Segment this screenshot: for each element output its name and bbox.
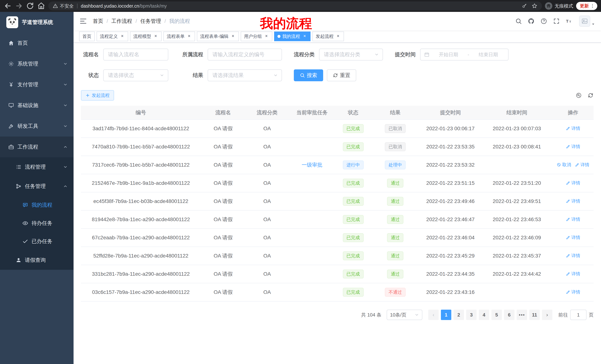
process-definition-input[interactable] [208,49,282,60]
tab-item[interactable]: 流程定义× [97,31,128,41]
action-detail-link[interactable]: 详情 [566,198,580,204]
sidebar-item[interactable]: 任务管理 [0,177,74,196]
avatar[interactable] [579,16,590,27]
tab-item[interactable]: 用户分组× [241,31,272,41]
not-secure-label[interactable]: 不安全 [60,3,74,9]
sidebar-item[interactable]: 待办任务 [0,214,74,232]
sidebar-item[interactable]: 已办任务 [0,232,74,250]
action-detail-link[interactable]: 详情 [566,180,580,186]
sidebar-toggle-icon[interactable] [80,18,87,25]
pagination-page-button[interactable]: 3 [466,310,477,320]
home-icon [8,40,14,46]
tab-close-icon[interactable]: × [264,34,269,39]
chevron-down-icon [63,62,68,66]
browser-menu-icon[interactable] [590,3,595,9]
breadcrumb-item[interactable]: 任务管理 [140,18,161,25]
tab-close-icon[interactable]: × [302,34,307,39]
address-bar[interactable]: 不安全 dashboard.yudao.iocoder.cn/bpm/task/… [48,1,542,10]
browser-update-button[interactable]: 更新 [576,2,597,10]
tab-item[interactable]: 流程表单× [163,31,195,41]
result-tag: 处理中 [385,161,406,169]
action-detail-link[interactable]: 详情 [566,253,580,259]
browser-reload-icon[interactable] [26,2,34,10]
status-select[interactable]: 请选择状态 [103,69,168,81]
user-menu[interactable] [579,16,595,27]
tab-close-icon[interactable]: × [335,34,341,39]
reset-button[interactable]: 重置 [327,69,356,81]
fullscreen-icon[interactable] [553,18,560,25]
table-row: 7317cec6-7b9b-11ec-b5b7-acde48001122OA 请… [81,156,594,174]
table-search-icon[interactable] [576,92,582,98]
page-size-select[interactable]: 10条/页 [387,310,422,320]
action-detail-link[interactable]: 详情 [566,125,580,131]
tab-close-icon[interactable]: × [153,34,158,39]
pagination-page-button[interactable]: 5 [491,310,502,320]
table-refresh-icon[interactable] [588,92,594,98]
url-text[interactable]: dashboard.yudao.iocoder.cn/bpm/task/my [81,3,167,9]
action-detail-link[interactable]: 详情 [575,162,589,168]
sidebar-item[interactable]: 工作流程 [0,136,74,157]
sidebar-item[interactable]: 请假查询 [0,250,74,270]
pagination-more-button[interactable]: ••• [517,310,527,320]
start-process-button[interactable]: 发起流程 [81,90,114,101]
browser-forward-icon[interactable] [15,2,23,10]
breadcrumb-item[interactable]: 工作流程 [111,18,132,25]
sidebar-item[interactable]: 流程管理 [0,157,74,177]
action-detail-link[interactable]: 详情 [566,289,580,295]
github-icon[interactable] [528,18,534,25]
action-cancel-link[interactable]: 取消 [557,162,571,168]
sidebar-item[interactable]: 我的流程 [0,196,74,214]
current-task-link[interactable]: 一级审批 [302,161,322,168]
goto-page-input[interactable] [570,310,587,320]
sidebar-item[interactable]: 系统管理 [0,53,74,74]
bookmark-star-icon[interactable] [531,3,538,9]
not-secure-icon[interactable] [53,3,58,9]
sidebar-item[interactable]: 支付管理 [0,74,74,95]
process-name-input[interactable] [103,49,168,60]
pagination-page-button[interactable]: 6 [504,310,514,320]
pagination-page-button[interactable]: 2 [453,310,464,320]
tab-item[interactable]: 流程表单-编辑× [197,31,239,41]
category-select[interactable]: 请选择流程分类 [319,49,383,60]
search-button[interactable]: 搜索 [294,69,323,81]
calendar-icon [424,52,429,57]
tab-label: 用户分组 [244,33,262,39]
pagination-page-button[interactable]: 1 [441,310,451,320]
date-range-separator: - [468,52,469,57]
action-detail-link[interactable]: 详情 [566,234,580,240]
header-search-icon[interactable] [515,18,522,25]
tab-close-icon[interactable]: × [230,34,235,39]
action-detail-link[interactable]: 详情 [566,271,580,277]
result-select[interactable]: 请选择流结果 [208,69,282,81]
cell-process-id: 67c2eaab-7b9a-11ec-a290-acde48001122 [81,229,201,247]
app-logo[interactable]: 芋道管理系统 [0,12,74,33]
action-detail-link[interactable]: 详情 [566,216,580,222]
sidebar-item[interactable]: 基础设施 [0,95,74,116]
font-size-icon[interactable]: TT [566,18,572,25]
tab-item[interactable]: 发起流程× [312,31,344,41]
sidebar-item[interactable]: 首页 [0,33,74,53]
pagination-prev-button[interactable]: ‹ [428,310,439,320]
edit-icon [566,253,570,258]
pagination-next-button[interactable]: › [542,310,552,320]
cell-process-id: 331bc281-7b9a-11ec-a290-acde48001122 [81,265,201,283]
action-detail-link[interactable]: 详情 [566,144,580,150]
cell-current-task: 一级审批 [289,156,335,174]
cell-submit-time: 2022-01-22 23:44:35 [420,265,481,283]
date-range-picker[interactable]: 开始日期 - 结束日期 [420,49,509,60]
browser-home-icon[interactable] [37,2,45,10]
sidebar-item[interactable]: 研发工具 [0,116,74,136]
tab-close-icon[interactable]: × [186,34,192,39]
tab-item[interactable]: 我的流程× [274,31,311,41]
help-icon[interactable] [541,18,547,25]
cell-current-task [289,283,335,301]
browser-back-icon[interactable] [4,2,12,10]
breadcrumb-item[interactable]: 首页 [93,18,103,25]
password-manager-icon[interactable] [522,3,527,9]
tab-item[interactable]: 首页 [79,31,95,41]
tab-item[interactable]: 流程模型× [130,31,161,41]
pagination-page-button[interactable]: 4 [479,310,489,320]
user-icon [16,257,21,263]
tab-close-icon[interactable]: × [120,34,125,39]
pagination-page-button[interactable]: 11 [529,310,540,320]
